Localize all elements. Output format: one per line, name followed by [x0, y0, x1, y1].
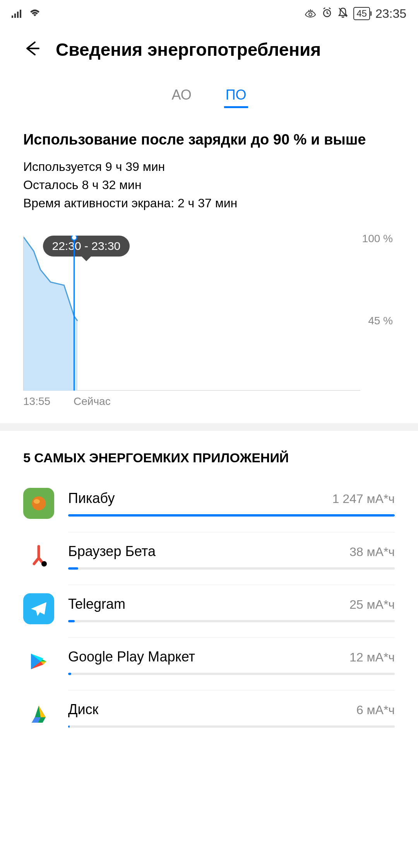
ylabel-45: 45 %: [368, 315, 393, 327]
svg-point-4: [309, 13, 312, 16]
signal-icon: [12, 7, 24, 21]
app-name-label: Google Play Маркет: [68, 649, 195, 665]
app-usage-label: 12 мА*ч: [349, 650, 395, 665]
alarm-icon: [322, 7, 332, 21]
svg-rect-0: [12, 16, 13, 18]
svg-rect-3: [20, 10, 21, 18]
status-time: 23:35: [375, 7, 406, 21]
app-usage-label: 6 мА*ч: [356, 703, 395, 717]
svg-rect-1: [14, 14, 16, 18]
section-divider: [0, 423, 418, 431]
stat-screen-on: Время активности экрана: 2 ч 37 мин: [23, 196, 395, 210]
app-icon: [23, 593, 54, 624]
app-icon: [23, 646, 54, 677]
app-icon: [23, 541, 54, 572]
svg-point-11: [41, 561, 47, 567]
wifi-icon: [29, 7, 41, 21]
svg-point-9: [32, 496, 46, 510]
app-icon: [23, 699, 54, 730]
usage-section: Использование после зарядки до 90 % и вы…: [0, 112, 418, 408]
app-usage-label: 1 247 мА*ч: [332, 492, 395, 506]
tab-software[interactable]: ПО: [224, 84, 248, 108]
xlabel-start: 13:55: [23, 395, 50, 408]
status-right: 45 23:35: [305, 7, 406, 21]
app-name-label: Telegram: [68, 596, 125, 612]
app-usage-bar: [68, 514, 395, 517]
app-info: Диск 6 мА*ч: [68, 690, 395, 728]
app-name-label: Диск: [68, 701, 98, 718]
app-usage-bar: [68, 620, 395, 622]
app-usage-bar: [68, 673, 395, 675]
app-row[interactable]: Диск 6 мА*ч: [23, 688, 395, 741]
app-name-label: Пикабу: [68, 490, 115, 506]
app-row[interactable]: Telegram 25 мА*ч: [23, 582, 395, 635]
svg-rect-2: [17, 12, 19, 18]
battery-pct-label: 45: [356, 8, 367, 19]
eye-icon: [305, 7, 316, 21]
app-info: Браузер Бета 38 мА*ч: [68, 532, 395, 570]
usage-title: Использование после зарядки до 90 % и вы…: [23, 131, 395, 148]
app-list: Пикабу 1 247 мА*ч Браузер Бета 38 мА*ч: [0, 477, 418, 741]
app-usage-label: 38 мА*ч: [349, 545, 395, 559]
page-title: Сведения энергопотребления: [56, 39, 321, 60]
app-info: Пикабу 1 247 мА*ч: [68, 490, 395, 517]
app-icon: [23, 488, 54, 519]
battery-chart[interactable]: 22:30 - 23:30 100 % 45 % 13:55 Сейчас: [23, 236, 395, 408]
app-row[interactable]: Google Play Маркет 12 мА*ч: [23, 635, 395, 688]
battery-icon: 45: [353, 7, 370, 20]
app-info: Telegram 25 мА*ч: [68, 585, 395, 622]
back-button[interactable]: [23, 39, 40, 60]
svg-point-10: [34, 499, 40, 504]
stat-remaining: Осталось 8 ч 32 мин: [23, 178, 395, 192]
chart-x-labels: 13:55 Сейчас: [23, 395, 395, 408]
stat-used: Используется 9 ч 39 мин: [23, 160, 395, 174]
tabs: АО ПО: [0, 76, 418, 112]
app-name-label: Браузер Бета: [68, 543, 156, 560]
app-info: Google Play Маркет 12 мА*ч: [68, 637, 395, 675]
app-row[interactable]: Пикабу 1 247 мА*ч: [23, 477, 395, 530]
xlabel-now: Сейчас: [74, 395, 111, 408]
chart-y-labels: 100 % 45 %: [360, 236, 395, 391]
tab-hardware[interactable]: АО: [170, 84, 193, 108]
app-usage-bar: [68, 567, 395, 570]
chart-plot[interactable]: [23, 236, 360, 391]
app-usage-label: 25 мА*ч: [349, 598, 395, 612]
status-left: [12, 7, 41, 21]
ylabel-100: 100 %: [362, 232, 393, 245]
status-bar: 45 23:35: [0, 0, 418, 27]
app-usage-bar: [68, 725, 395, 728]
apps-heading: 5 САМЫХ ЭНЕРГОЕМКИХ ПРИЛОЖЕНИЙ: [0, 431, 418, 477]
app-row[interactable]: Браузер Бета 38 мА*ч: [23, 530, 395, 582]
svg-point-8: [72, 236, 77, 240]
header: Сведения энергопотребления: [0, 27, 418, 76]
mute-icon: [338, 7, 348, 21]
